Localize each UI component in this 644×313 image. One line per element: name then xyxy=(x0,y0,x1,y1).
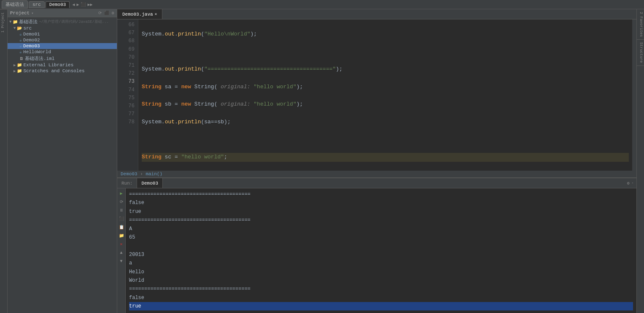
project-panel: Project ▾ ⟳ ⬛ ⚙ ▼ 📁 基础语法 ~/用户管理/调用代码/Jav… xyxy=(8,9,117,313)
stop-icon[interactable]: ⬛ xyxy=(81,2,86,7)
run-close-icon[interactable]: · xyxy=(631,181,634,186)
run-settings-icon[interactable]: ⚙ xyxy=(627,181,630,186)
favorites-vert-tab[interactable]: 2 Favorites xyxy=(637,9,644,40)
project-vert-tab[interactable]: 1 Project xyxy=(0,9,7,35)
run-pause-button[interactable]: ⏸ xyxy=(118,207,125,214)
run-header: Run: Demo03 ⚙ · xyxy=(117,178,636,188)
run-icon[interactable]: ▶ xyxy=(76,2,79,7)
run-stop-button[interactable]: ⬛ xyxy=(118,215,125,222)
output-line-1: ======================================== xyxy=(129,190,633,199)
code-line-71: System.out.println(sa==sb); xyxy=(142,118,629,127)
tree-external-libs[interactable]: ▶ 📁 External Libraries xyxy=(8,62,117,68)
run-panel: Run: Demo03 ⚙ · ▶ ⟳ ⏸ ⬛ 📋 📁 xyxy=(117,178,636,313)
code-line-73: String sc = "hello world"; xyxy=(142,153,629,162)
tree-src[interactable]: ▼ 📂 src xyxy=(8,25,117,31)
demo01-icon: ☕ xyxy=(19,32,22,37)
top-bar: 基础语法 src Demo03 ◀ ▶ ⬛ ▶▶ xyxy=(0,0,644,9)
run-rerun-button[interactable]: ⟳ xyxy=(118,199,125,205)
structure-vert-tab[interactable]: Structure xyxy=(637,40,644,66)
run-down-button[interactable]: ▼ xyxy=(118,258,125,264)
sync-icon[interactable]: ⟳ xyxy=(98,11,102,16)
ext-lib-label: External Libraries xyxy=(23,63,73,68)
settings-icon[interactable]: ⚙ xyxy=(112,11,114,16)
left-vert-tabs: 1 Project xyxy=(0,9,8,313)
run-header-icons: ⚙ · xyxy=(627,181,636,186)
run-close-button[interactable]: ✕ xyxy=(118,241,125,248)
run-tab-demo03[interactable]: Demo03 xyxy=(137,178,163,188)
breadcrumb: Demo03 › main() xyxy=(117,171,636,178)
scratches-label: Scratches and Consoles xyxy=(23,68,84,73)
ext-lib-icon: 📁 xyxy=(17,63,22,68)
code-line-68: System.out.println("====================… xyxy=(142,65,629,74)
breadcrumb-sep: › xyxy=(140,171,146,177)
editor-tab-label: Demo03.java xyxy=(122,12,153,17)
demo02-icon: ☕ xyxy=(19,38,22,43)
tab-demo03[interactable]: Demo03 xyxy=(46,1,70,8)
tree-demo03[interactable]: ☕ Demo03 xyxy=(8,43,117,49)
output-line-15 xyxy=(129,310,633,313)
run-copy-button[interactable]: 📋 xyxy=(118,224,125,231)
code-line-70: String sb = new String( original: "hello… xyxy=(142,100,629,109)
root-label: 基础语法 xyxy=(19,19,38,25)
breadcrumb-method: main() xyxy=(146,171,162,177)
output-line-5: A xyxy=(129,225,633,233)
demo02-label: Demo02 xyxy=(23,38,40,43)
editor-tab-demo03[interactable]: Demo03.java ✕ xyxy=(117,9,162,19)
run-folder-button[interactable]: 📁 xyxy=(118,232,125,239)
tree-demo01[interactable]: ☕ Demo01 xyxy=(8,31,117,37)
output-line-11: World xyxy=(129,276,633,285)
tab-src[interactable]: src xyxy=(29,1,45,8)
panel-title: Project xyxy=(10,11,30,16)
run-output[interactable]: ========================================… xyxy=(126,188,636,313)
run-toolbar: ▶ ⟳ ⏸ ⬛ 📋 📁 ✕ ▲ ▼ xyxy=(117,188,126,313)
output-line-6: 65 xyxy=(129,233,633,242)
root-path: ~/用户管理/调用代码/JavaSE/基础... xyxy=(39,19,109,24)
output-line-13: false xyxy=(129,294,633,302)
helloworld-label: HelloWorld xyxy=(23,49,51,54)
panel-dropdown-icon[interactable]: ▾ xyxy=(31,11,33,16)
tree-root[interactable]: ▼ 📁 基础语法 ~/用户管理/调用代码/JavaSE/基础... xyxy=(8,18,117,25)
src-folder-icon: 📂 xyxy=(17,26,22,31)
project-tree: ▼ 📁 基础语法 ~/用户管理/调用代码/JavaSE/基础... ▼ 📂 sr… xyxy=(8,17,117,313)
main-layout: 1 Project Project ▾ ⟳ ⬛ ⚙ ▼ 📁 基础语法 ~/用户管… xyxy=(0,9,644,313)
code-line-72 xyxy=(142,135,629,144)
output-line-8: 20013 xyxy=(129,250,633,259)
right-vert-tabs: 2 Favorites Structure xyxy=(636,9,644,313)
tree-demo02[interactable]: ☕ Demo02 xyxy=(8,37,117,43)
output-line-7 xyxy=(129,242,633,250)
output-line-2: false xyxy=(129,199,633,207)
run-play-button[interactable]: ▶ xyxy=(118,190,125,197)
close-tab-icon[interactable]: ✕ xyxy=(155,12,157,16)
toolbar-icons: ◀ ▶ ⬛ ▶▶ xyxy=(72,2,92,7)
iml-label: 基础语法.iml xyxy=(25,55,54,62)
back-icon[interactable]: ◀ xyxy=(72,2,75,7)
code-content[interactable]: System.out.println("Hello\nWorld"); Syst… xyxy=(138,19,632,171)
output-line-12: ======================================== xyxy=(129,285,633,293)
root-folder-icon: 📁 xyxy=(13,19,18,24)
code-line-67 xyxy=(142,47,629,56)
tree-iml[interactable]: 🗎 基础语法.iml xyxy=(8,55,117,62)
scratches-icon: 📁 xyxy=(17,68,22,73)
expand-icon[interactable]: ⬛ xyxy=(104,11,109,16)
demo03-icon: ☕ xyxy=(19,44,22,49)
src-label: src xyxy=(23,26,32,31)
demo03-label: Demo03 xyxy=(23,44,40,49)
output-line-3: true xyxy=(129,207,633,216)
run-tab-run[interactable]: Run: xyxy=(117,178,137,188)
code-line-69: String sa = new String( original: "hello… xyxy=(142,83,629,92)
run-up-button[interactable]: ▲ xyxy=(118,249,125,256)
breadcrumb-class: Demo03 xyxy=(121,171,137,177)
panel-header-icons: ⟳ ⬛ ⚙ xyxy=(98,11,114,16)
editor-area: Demo03.java ✕ 66 67 68 69 70 71 72 73 74… xyxy=(117,9,636,313)
editor-scrollbar[interactable] xyxy=(632,19,636,171)
forward-icon[interactable]: ▶▶ xyxy=(87,2,92,7)
iml-icon: 🗎 xyxy=(19,56,24,61)
helloworld-icon: ☕ xyxy=(19,49,22,54)
code-editor[interactable]: 66 67 68 69 70 71 72 73 74 75 76 77 78 S… xyxy=(117,19,636,171)
tree-scratches[interactable]: ▶ 📁 Scratches and Consoles xyxy=(8,68,117,74)
demo01-label: Demo01 xyxy=(23,32,40,37)
line-numbers: 66 67 68 69 70 71 72 73 74 75 76 77 78 xyxy=(117,19,138,171)
tab-基础语法[interactable]: 基础语法 xyxy=(2,0,28,8)
code-line-66: System.out.println("Hello\nWorld"); xyxy=(142,30,629,39)
tree-helloworld[interactable]: ☕ HelloWorld xyxy=(8,49,117,55)
